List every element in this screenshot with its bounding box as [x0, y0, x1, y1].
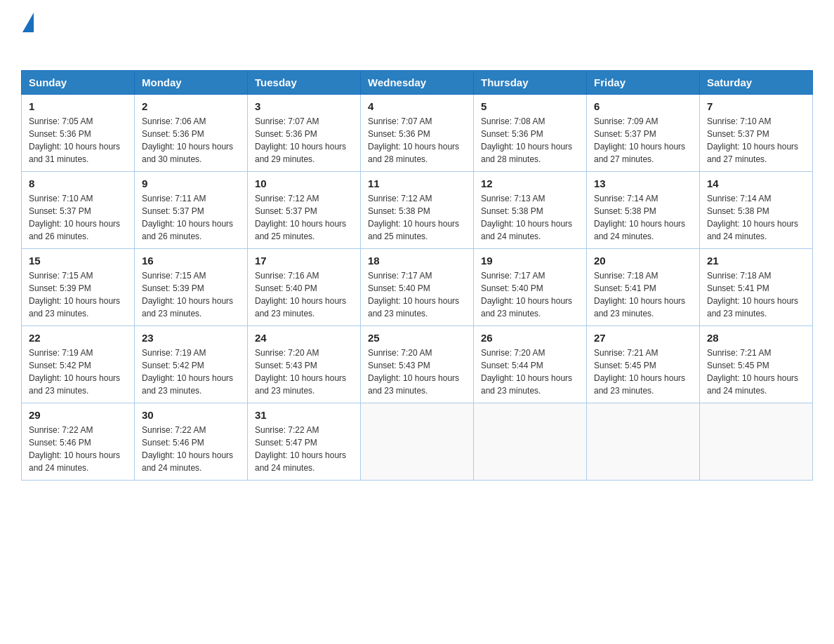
calendar-cell: 11Sunrise: 7:12 AMSunset: 5:38 PMDayligh…: [361, 172, 474, 249]
day-number: 27: [594, 332, 692, 344]
logo: [21, 14, 34, 56]
day-number: 1: [29, 100, 127, 112]
day-number: 15: [29, 255, 127, 267]
day-info: Sunrise: 7:14 AMSunset: 5:38 PMDaylight:…: [594, 192, 692, 243]
day-number: 19: [481, 255, 579, 267]
calendar-cell: 12Sunrise: 7:13 AMSunset: 5:38 PMDayligh…: [474, 172, 587, 249]
calendar-cell: [587, 403, 700, 481]
day-number: 29: [29, 409, 127, 421]
calendar-cell: 8Sunrise: 7:10 AMSunset: 5:37 PMDaylight…: [22, 172, 135, 249]
day-number: 25: [368, 332, 466, 344]
calendar-cell: [361, 403, 474, 481]
calendar-header-monday: Monday: [135, 71, 248, 95]
day-number: 14: [707, 177, 805, 189]
day-number: 2: [142, 100, 240, 112]
calendar-cell: 24Sunrise: 7:20 AMSunset: 5:43 PMDayligh…: [248, 326, 361, 403]
calendar-header-tuesday: Tuesday: [248, 71, 361, 95]
day-number: 28: [707, 332, 805, 344]
calendar-cell: 26Sunrise: 7:20 AMSunset: 5:44 PMDayligh…: [474, 326, 587, 403]
calendar-cell: 21Sunrise: 7:18 AMSunset: 5:41 PMDayligh…: [700, 249, 813, 326]
day-info: Sunrise: 7:22 AMSunset: 5:46 PMDaylight:…: [142, 424, 240, 474]
day-number: 4: [368, 100, 466, 112]
day-info: Sunrise: 7:13 AMSunset: 5:38 PMDaylight:…: [481, 192, 579, 243]
day-info: Sunrise: 7:05 AMSunset: 5:36 PMDaylight:…: [29, 115, 127, 166]
day-info: Sunrise: 7:15 AMSunset: 5:39 PMDaylight:…: [142, 269, 240, 320]
day-number: 24: [255, 332, 353, 344]
logo-triangle-icon: [22, 13, 34, 32]
day-number: 11: [368, 177, 466, 189]
day-info: Sunrise: 7:20 AMSunset: 5:44 PMDaylight:…: [481, 347, 579, 397]
calendar-cell: 23Sunrise: 7:19 AMSunset: 5:42 PMDayligh…: [135, 326, 248, 403]
day-info: Sunrise: 7:10 AMSunset: 5:37 PMDaylight:…: [29, 192, 127, 243]
calendar-cell: 2Sunrise: 7:06 AMSunset: 5:36 PMDaylight…: [135, 95, 248, 172]
day-number: 10: [255, 177, 353, 189]
calendar-cell: 22Sunrise: 7:19 AMSunset: 5:42 PMDayligh…: [22, 326, 135, 403]
day-info: Sunrise: 7:20 AMSunset: 5:43 PMDaylight:…: [368, 347, 466, 397]
day-info: Sunrise: 7:12 AMSunset: 5:38 PMDaylight:…: [368, 192, 466, 243]
day-info: Sunrise: 7:18 AMSunset: 5:41 PMDaylight:…: [594, 269, 692, 320]
calendar-cell: 16Sunrise: 7:15 AMSunset: 5:39 PMDayligh…: [135, 249, 248, 326]
calendar-body: 1Sunrise: 7:05 AMSunset: 5:36 PMDaylight…: [22, 95, 813, 481]
calendar-cell: 27Sunrise: 7:21 AMSunset: 5:45 PMDayligh…: [587, 326, 700, 403]
day-info: Sunrise: 7:08 AMSunset: 5:36 PMDaylight:…: [481, 115, 579, 166]
calendar-cell: [474, 403, 587, 481]
day-number: 30: [142, 409, 240, 421]
day-number: 22: [29, 332, 127, 344]
calendar-week-1: 1Sunrise: 7:05 AMSunset: 5:36 PMDaylight…: [22, 95, 813, 172]
calendar-cell: 5Sunrise: 7:08 AMSunset: 5:36 PMDaylight…: [474, 95, 587, 172]
calendar-cell: 17Sunrise: 7:16 AMSunset: 5:40 PMDayligh…: [248, 249, 361, 326]
day-info: Sunrise: 7:21 AMSunset: 5:45 PMDaylight:…: [594, 347, 692, 397]
calendar-cell: 7Sunrise: 7:10 AMSunset: 5:37 PMDaylight…: [700, 95, 813, 172]
calendar-cell: 4Sunrise: 7:07 AMSunset: 5:36 PMDaylight…: [361, 95, 474, 172]
day-number: 13: [594, 177, 692, 189]
day-info: Sunrise: 7:19 AMSunset: 5:42 PMDaylight:…: [142, 347, 240, 397]
day-info: Sunrise: 7:18 AMSunset: 5:41 PMDaylight:…: [707, 269, 805, 320]
calendar-week-2: 8Sunrise: 7:10 AMSunset: 5:37 PMDaylight…: [22, 172, 813, 249]
calendar-cell: 19Sunrise: 7:17 AMSunset: 5:40 PMDayligh…: [474, 249, 587, 326]
day-info: Sunrise: 7:06 AMSunset: 5:36 PMDaylight:…: [142, 115, 240, 166]
day-info: Sunrise: 7:16 AMSunset: 5:40 PMDaylight:…: [255, 269, 353, 320]
day-number: 7: [707, 100, 805, 112]
day-number: 12: [481, 177, 579, 189]
calendar-cell: 31Sunrise: 7:22 AMSunset: 5:47 PMDayligh…: [248, 403, 361, 481]
calendar-cell: 3Sunrise: 7:07 AMSunset: 5:36 PMDaylight…: [248, 95, 361, 172]
calendar-cell: 13Sunrise: 7:14 AMSunset: 5:38 PMDayligh…: [587, 172, 700, 249]
calendar-header-thursday: Thursday: [474, 71, 587, 95]
day-info: Sunrise: 7:19 AMSunset: 5:42 PMDaylight:…: [29, 347, 127, 397]
day-number: 21: [707, 255, 805, 267]
calendar-cell: 28Sunrise: 7:21 AMSunset: 5:45 PMDayligh…: [700, 326, 813, 403]
calendar-cell: 18Sunrise: 7:17 AMSunset: 5:40 PMDayligh…: [361, 249, 474, 326]
day-info: Sunrise: 7:14 AMSunset: 5:38 PMDaylight:…: [707, 192, 805, 243]
day-info: Sunrise: 7:07 AMSunset: 5:36 PMDaylight:…: [368, 115, 466, 166]
day-info: Sunrise: 7:20 AMSunset: 5:43 PMDaylight:…: [255, 347, 353, 397]
calendar-header-sunday: Sunday: [22, 71, 135, 95]
calendar-cell: 29Sunrise: 7:22 AMSunset: 5:46 PMDayligh…: [22, 403, 135, 481]
calendar-cell: 9Sunrise: 7:11 AMSunset: 5:37 PMDaylight…: [135, 172, 248, 249]
calendar-header-wednesday: Wednesday: [361, 71, 474, 95]
day-info: Sunrise: 7:22 AMSunset: 5:47 PMDaylight:…: [255, 424, 353, 474]
day-number: 5: [481, 100, 579, 112]
calendar-cell: 20Sunrise: 7:18 AMSunset: 5:41 PMDayligh…: [587, 249, 700, 326]
calendar-header-row: SundayMondayTuesdayWednesdayThursdayFrid…: [22, 71, 813, 95]
day-info: Sunrise: 7:07 AMSunset: 5:36 PMDaylight:…: [255, 115, 353, 166]
day-number: 18: [368, 255, 466, 267]
calendar-cell: 1Sunrise: 7:05 AMSunset: 5:36 PMDaylight…: [22, 95, 135, 172]
day-info: Sunrise: 7:17 AMSunset: 5:40 PMDaylight:…: [368, 269, 466, 320]
calendar-cell: 14Sunrise: 7:14 AMSunset: 5:38 PMDayligh…: [700, 172, 813, 249]
day-info: Sunrise: 7:09 AMSunset: 5:37 PMDaylight:…: [594, 115, 692, 166]
day-info: Sunrise: 7:15 AMSunset: 5:39 PMDaylight:…: [29, 269, 127, 320]
day-number: 23: [142, 332, 240, 344]
calendar-week-4: 22Sunrise: 7:19 AMSunset: 5:42 PMDayligh…: [22, 326, 813, 403]
day-info: Sunrise: 7:12 AMSunset: 5:37 PMDaylight:…: [255, 192, 353, 243]
calendar-week-3: 15Sunrise: 7:15 AMSunset: 5:39 PMDayligh…: [22, 249, 813, 326]
day-info: Sunrise: 7:22 AMSunset: 5:46 PMDaylight:…: [29, 424, 127, 474]
calendar-header-saturday: Saturday: [700, 71, 813, 95]
day-number: 6: [594, 100, 692, 112]
page-header: [21, 14, 813, 56]
day-info: Sunrise: 7:10 AMSunset: 5:37 PMDaylight:…: [707, 115, 805, 166]
calendar-table: SundayMondayTuesdayWednesdayThursdayFrid…: [21, 70, 813, 481]
calendar-cell: 6Sunrise: 7:09 AMSunset: 5:37 PMDaylight…: [587, 95, 700, 172]
day-number: 3: [255, 100, 353, 112]
calendar-cell: 15Sunrise: 7:15 AMSunset: 5:39 PMDayligh…: [22, 249, 135, 326]
day-info: Sunrise: 7:17 AMSunset: 5:40 PMDaylight:…: [481, 269, 579, 320]
